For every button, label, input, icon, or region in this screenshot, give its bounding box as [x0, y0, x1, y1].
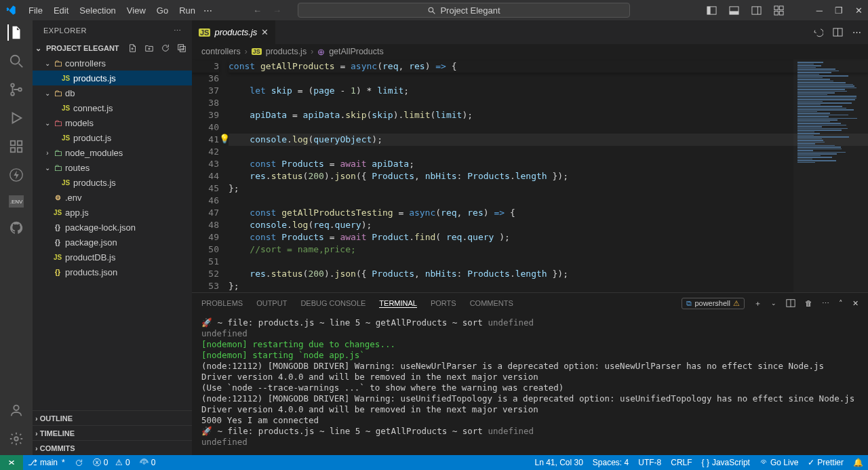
tree-item-product-js[interactable]: JSproduct.js — [33, 130, 192, 145]
status-sync[interactable] — [70, 458, 88, 467]
breadcrumbs[interactable]: controllers › JS products.js › ⊕ getAllP… — [192, 44, 868, 59]
outline-section[interactable]: › OUTLINE — [33, 410, 192, 425]
panel-tab-terminal[interactable]: TERMINAL — [379, 299, 417, 308]
status-errors[interactable]: ⓧ 0 ⚠ 0 — [88, 457, 135, 469]
commits-section[interactable]: › COMMITS — [33, 440, 192, 455]
activity-github-icon[interactable] — [8, 220, 24, 236]
terminal-shell-label[interactable]: ⧉powershell ⚠ — [682, 298, 745, 309]
window-close-icon[interactable]: ✕ — [855, 5, 863, 16]
window-restore-icon[interactable]: ❐ — [835, 5, 843, 16]
code-editor[interactable]: 3363738394041424344454647484950515253 co… — [192, 59, 868, 292]
activity-thunder-icon[interactable] — [8, 167, 24, 183]
tab-close-icon[interactable]: ✕ — [261, 27, 269, 37]
breadcrumb-folder[interactable]: controllers — [201, 47, 241, 56]
tree-item-products-js[interactable]: JSproducts.js — [33, 175, 192, 190]
editor-area: JS products.js ✕ ⋯ controllers › JS prod… — [192, 20, 868, 455]
layout-primary-icon[interactable] — [707, 5, 717, 16]
panel-tab-ports[interactable]: PORTS — [431, 299, 456, 307]
window-minimize-icon[interactable]: ─ — [816, 5, 823, 16]
svg-rect-11 — [779, 11, 783, 15]
lightbulb-icon[interactable]: 💡 — [219, 134, 230, 144]
layout-right-icon[interactable] — [751, 5, 762, 16]
tree-item-products-json[interactable]: {}products.json — [33, 265, 192, 279]
activity-scm-icon[interactable] — [8, 81, 24, 98]
status-encoding[interactable]: UTF-8 — [633, 458, 666, 467]
activity-explorer-icon[interactable] — [7, 24, 24, 41]
status-language[interactable]: { } JavaScript — [697, 458, 755, 467]
terminal-kill-icon[interactable]: 🗑 — [805, 299, 812, 307]
split-editor-icon[interactable] — [833, 27, 843, 37]
tree-item-routes[interactable]: ⌄🗀routes — [33, 160, 192, 175]
js-file-icon: JS — [252, 48, 262, 55]
new-file-icon[interactable] — [128, 43, 138, 53]
activity-debug-icon[interactable] — [8, 110, 24, 126]
activity-search-icon[interactable] — [8, 53, 24, 69]
terminal-new-icon[interactable]: ＋ — [754, 298, 762, 309]
status-ports[interactable]: 0 — [135, 458, 161, 467]
activity-extensions-icon[interactable] — [8, 138, 24, 155]
status-spaces[interactable]: Spaces: 4 — [588, 458, 633, 467]
tree-item-package-lock-json[interactable]: {}package-lock.json — [33, 220, 192, 235]
menu-go[interactable]: Go — [151, 3, 174, 18]
tree-item--env[interactable]: ⚙.env — [33, 190, 192, 205]
nav-forward-icon[interactable]: → — [273, 5, 281, 16]
activity-settings-icon[interactable] — [8, 431, 24, 447]
refresh-icon[interactable] — [161, 43, 170, 53]
collapse-all-icon[interactable] — [177, 43, 186, 53]
panel-maximize-icon[interactable]: ˄ — [839, 299, 843, 308]
vscode-logo-icon — [5, 5, 16, 16]
terminal-split-icon[interactable] — [786, 298, 795, 308]
minimap[interactable] — [793, 59, 868, 292]
tree-item-node-modules[interactable]: ›🗀node_modules — [33, 145, 192, 160]
tree-item-productdb-js[interactable]: JSproductDB.js — [33, 250, 192, 265]
menu-file[interactable]: File — [23, 3, 48, 18]
status-branch[interactable]: ⎇ main* — [23, 458, 70, 467]
status-cursor[interactable]: Ln 41, Col 30 — [530, 458, 587, 467]
sidebar-more-icon[interactable]: ⋯ — [174, 26, 182, 35]
tree-item-controllers[interactable]: ⌄🗀controllers — [33, 56, 192, 71]
svg-line-13 — [19, 64, 22, 68]
breadcrumb-file[interactable]: products.js — [266, 47, 307, 56]
activity-account-icon[interactable] — [8, 402, 24, 418]
panel-close-icon[interactable]: ✕ — [852, 299, 859, 308]
status-eol[interactable]: CRLF — [666, 458, 696, 467]
nav-back-icon[interactable]: ← — [253, 5, 262, 16]
project-header[interactable]: ⌄ PROJECT ELEGANT — [33, 41, 192, 56]
command-center-search[interactable]: Project Elegant — [298, 3, 630, 18]
tab-products-js[interactable]: JS products.js ✕ — [192, 20, 276, 44]
js-file-icon: JS — [199, 28, 210, 37]
tree-item-db[interactable]: ⌄🗀db — [33, 85, 192, 100]
terminal-new-dropdown-icon[interactable]: ⌄ — [771, 300, 776, 307]
menu-selection[interactable]: Selection — [74, 3, 121, 18]
status-prettier[interactable]: ✓ Prettier — [803, 458, 848, 467]
new-folder-icon[interactable] — [144, 43, 154, 53]
run-back-icon[interactable] — [813, 27, 823, 37]
menu-run[interactable]: Run — [174, 3, 201, 18]
tree-item-products-js[interactable]: JSproducts.js — [33, 71, 192, 85]
status-golive[interactable]: Go Live — [755, 458, 803, 467]
panel-tabs: PROBLEMS OUTPUT DEBUG CONSOLE TERMINAL P… — [192, 293, 868, 313]
layout-customize-icon[interactable] — [774, 5, 784, 16]
menu-edit[interactable]: Edit — [48, 3, 74, 18]
editor-more-icon[interactable]: ⋯ — [852, 27, 861, 37]
menu-view[interactable]: View — [121, 3, 151, 18]
panel-tab-comments[interactable]: COMMENTS — [470, 299, 513, 307]
panel-tab-output[interactable]: OUTPUT — [256, 299, 287, 307]
tabs-row: JS products.js ✕ ⋯ — [192, 20, 868, 44]
tree-item-connect-js[interactable]: JSconnect.js — [33, 100, 192, 115]
status-bell-icon[interactable]: 🔔 — [848, 458, 868, 467]
tree-item-app-js[interactable]: JSapp.js — [33, 205, 192, 220]
activity-env-icon[interactable]: .ENV — [9, 195, 24, 208]
breadcrumb-symbol[interactable]: getAllProducts — [329, 47, 384, 56]
tree-item-package-json[interactable]: {}package.json — [33, 235, 192, 250]
layout-bottom-icon[interactable] — [729, 5, 739, 16]
remote-indicator-icon[interactable] — [0, 455, 23, 470]
terminal-more-icon[interactable]: ⋯ — [822, 299, 829, 308]
tree-item-models[interactable]: ⌄🗀models — [33, 115, 192, 130]
panel-tab-problems[interactable]: PROBLEMS — [201, 299, 243, 307]
panel-tab-debug[interactable]: DEBUG CONSOLE — [300, 299, 366, 307]
menubar: File Edit Selection View Go Run ⋯ ← → Pr… — [0, 0, 868, 20]
menu-overflow-icon[interactable]: ⋯ — [203, 5, 212, 16]
timeline-section[interactable]: › TIMELINE — [33, 425, 192, 440]
terminal-body[interactable]: 🚀 ~ file: products.js ~ line 5 ~ getAllP… — [192, 313, 868, 455]
